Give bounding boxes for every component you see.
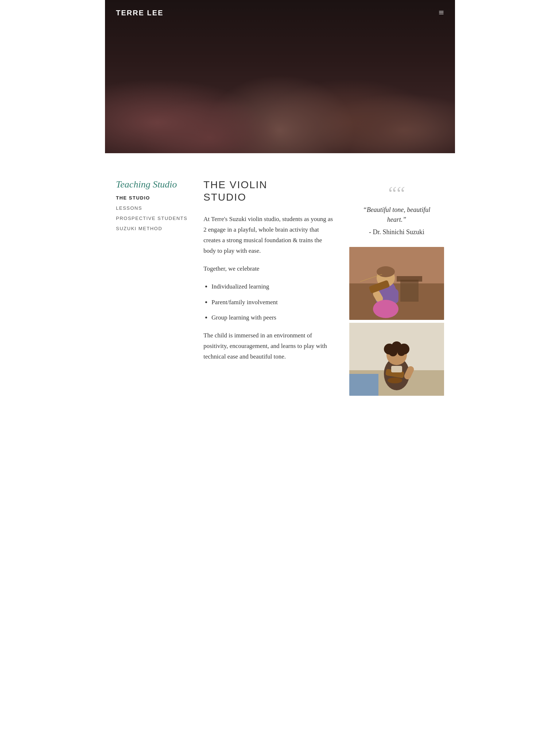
sidebar-item-label: THE STUDIO <box>116 195 150 201</box>
svg-rect-3 <box>397 276 422 282</box>
intro-paragraph-2: Together, we celebrate <box>203 264 335 274</box>
svg-point-22 <box>397 348 405 356</box>
quote-text: “Beautiful tone, beautiful heart.” <box>353 205 440 225</box>
right-column: ““ “Beautiful tone, beautiful heart.” - … <box>349 179 444 399</box>
page-title-line1: THE VIOLIN <box>203 179 268 190</box>
sidebar-item-suzuki-method[interactable]: SUZUKI METHOD <box>116 225 189 232</box>
sidebar-item-label: LESSONS <box>116 205 142 211</box>
svg-point-21 <box>389 348 397 356</box>
sidebar-title: Teaching Studio <box>116 179 189 190</box>
sidebar-navigation: THE STUDIO LESSONS PROSPECTIVE STUDENTS … <box>116 194 189 232</box>
page-title-line2: STUDIO <box>203 191 246 203</box>
svg-point-24 <box>388 378 402 383</box>
bullet-item-2: Parent/family involvement <box>211 297 335 308</box>
main-content-area: Teaching Studio THE STUDIO LESSONS PROSP… <box>105 153 455 417</box>
page-title: THE VIOLIN STUDIO <box>203 179 335 203</box>
svg-point-6 <box>377 266 395 277</box>
site-logo[interactable]: TERRE LEE <box>116 9 163 17</box>
sidebar-item-label: PROSPECTIVE STUDENTS <box>116 216 187 221</box>
quote-section: ““ “Beautiful tone, beautiful heart.” - … <box>349 179 444 247</box>
center-content: THE VIOLIN STUDIO At Terre's Suzuki viol… <box>203 179 335 399</box>
student-image-1 <box>349 247 444 320</box>
final-paragraph: The child is immersed in an environment … <box>203 330 335 362</box>
sidebar-item-label: SUZUKI METHOD <box>116 226 162 231</box>
bullet-item-1: Individualized learning <box>211 282 335 292</box>
quote-mark-icon: ““ <box>353 186 440 201</box>
svg-rect-2 <box>400 280 419 302</box>
svg-rect-15 <box>349 374 378 396</box>
sidebar: Teaching Studio THE STUDIO LESSONS PROSP… <box>116 179 189 399</box>
sidebar-item-prospective-students[interactable]: PROSPECTIVE STUDENTS <box>116 215 189 221</box>
svg-rect-26 <box>391 366 402 372</box>
svg-point-11 <box>373 300 398 318</box>
intro-paragraph-1: At Terre's Suzuki violin studio, student… <box>203 214 335 256</box>
content-body: At Terre's Suzuki violin studio, student… <box>203 214 335 362</box>
bullet-item-3: Group learning with peers <box>211 313 335 323</box>
quote-attribution: - Dr. Shinichi Suzuki <box>353 228 440 236</box>
hero-section: TERRE LEE ≡ <box>105 0 455 153</box>
bullet-list: Individualized learning Parent/family in… <box>203 282 335 324</box>
student-image-2 <box>349 323 444 396</box>
hamburger-menu-icon[interactable]: ≡ <box>439 8 444 18</box>
top-navigation: TERRE LEE ≡ <box>105 0 455 26</box>
sidebar-item-lessons[interactable]: LESSONS <box>116 205 189 211</box>
sidebar-item-the-studio[interactable]: THE STUDIO <box>116 194 189 201</box>
